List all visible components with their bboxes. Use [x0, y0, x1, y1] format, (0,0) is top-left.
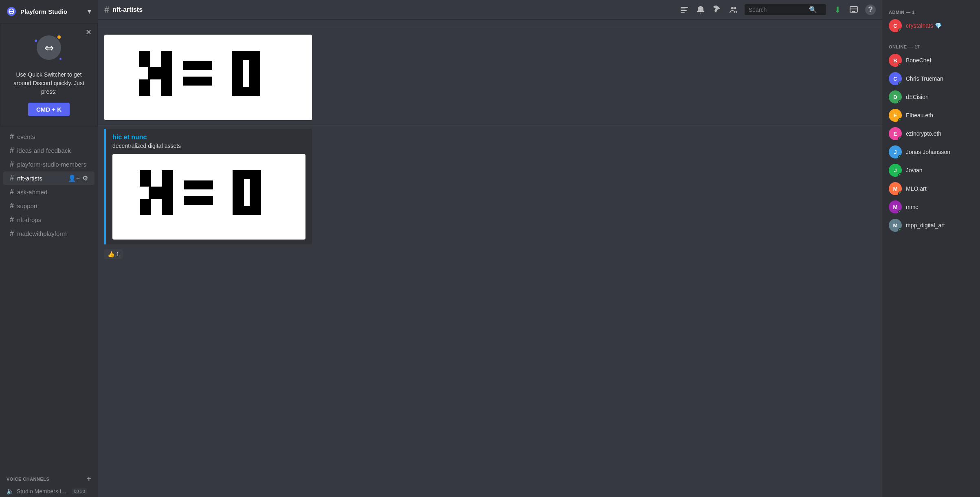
svg-rect-7	[139, 67, 148, 79]
member-item-chris-trueman[interactable]: C Chris Trueman	[886, 70, 977, 88]
reaction-thumbsup[interactable]: 👍 1	[104, 249, 123, 259]
svg-rect-21	[184, 196, 213, 205]
channel-hash-icon: #	[10, 216, 14, 224]
pin-icon[interactable]	[712, 5, 722, 15]
voice-section: VOICE CHANNELS + 🔈 Studio Members L... 0…	[0, 468, 98, 497]
member-item-mpp_digital_art[interactable]: M mpp_digital_art	[886, 216, 977, 234]
switcher-icon-bg: ⇔	[37, 35, 61, 60]
add-member-icon[interactable]: 👤+	[68, 174, 80, 182]
svg-rect-19	[162, 170, 173, 215]
channel-item-events[interactable]: # events	[3, 130, 94, 143]
member-name: Chris Trueman	[906, 75, 943, 82]
admin-section-header: ADMIN — 1	[886, 7, 977, 16]
channel-hash-icon: #	[10, 160, 14, 169]
member-avatar: C	[889, 72, 902, 85]
channel-item-nft-drops[interactable]: # nft-drops	[3, 213, 94, 227]
member-item-jovian[interactable]: J Jovian	[886, 161, 977, 179]
member-item-bonechef[interactable]: B BoneChef	[886, 51, 977, 69]
header-hash-icon: #	[104, 4, 109, 15]
header-actions: 🔍 ⬇ ?	[679, 4, 876, 15]
quick-switcher-popup: ✕ ⇔ Use Quick Switcher to get around Dis…	[0, 23, 98, 126]
search-bar[interactable]: 🔍	[745, 4, 826, 15]
channel-header: # nft-artists 🔍 ⬇ ?	[98, 0, 882, 20]
svg-point-3	[731, 7, 734, 9]
hen-logo-svg-1	[139, 51, 277, 104]
member-item-crystalnats[interactable]: C crystalnats 💎	[886, 17, 977, 35]
channel-item-nft-artists[interactable]: # nft-artists 👤+ ⚙	[3, 172, 94, 185]
online-section-header: ONLINE — 17	[886, 41, 977, 51]
member-name: MLO.art	[906, 185, 927, 192]
search-input[interactable]	[749, 7, 806, 13]
reaction-count: 1	[116, 251, 119, 257]
cmd-badge[interactable]: CMD + K	[28, 103, 70, 116]
header-left: # nft-artists	[104, 4, 143, 15]
channel-hash-icon: #	[10, 202, 14, 210]
message-group-1	[98, 28, 882, 123]
members-icon[interactable]	[728, 5, 738, 15]
decorative-dot-blue	[35, 40, 37, 42]
messages-container: hic et nunc decentralized digital assets	[98, 20, 882, 497]
channel-item-madewithplayform[interactable]: # madewithplayform	[3, 227, 94, 240]
volume-icon: 🔈	[7, 488, 14, 495]
member-name: BoneChef	[906, 57, 931, 64]
voice-channels-header[interactable]: VOICE CHANNELS +	[0, 468, 98, 486]
status-dot	[898, 228, 902, 232]
channel-name: events	[17, 133, 35, 140]
header-channel-name: nft-artists	[112, 6, 143, 13]
embed-image-1	[104, 35, 312, 120]
status-dot	[898, 136, 902, 140]
embed-description: decentralized digital assets	[112, 143, 305, 149]
member-avatar: B	[889, 54, 902, 67]
bell-icon[interactable]	[696, 5, 705, 15]
status-dot	[898, 173, 902, 177]
member-name: mpp_digital_art	[906, 222, 945, 229]
sidebar: Playform Studio ▾ ✕ ⇔ Use Quick Switcher…	[0, 0, 98, 497]
hen-logo-svg-2	[140, 170, 278, 223]
channel-name: playform-studio-members	[17, 161, 86, 168]
member-name: Jovian	[906, 167, 922, 174]
status-dot	[898, 210, 902, 213]
thumbsup-emoji: 👍	[108, 251, 114, 257]
status-dot	[898, 100, 902, 103]
embed-title[interactable]: hic et nunc	[112, 134, 147, 141]
member-item-elbeau.eth[interactable]: E Elbeau.eth	[886, 106, 977, 124]
member-item-jonas-johansson[interactable]: J Jonas Johansson	[886, 143, 977, 161]
member-item-dξcision[interactable]: D dΞCision	[886, 88, 977, 106]
threads-icon[interactable]	[679, 5, 689, 15]
channel-name: ideas-and-feedback	[17, 147, 71, 154]
svg-rect-15	[232, 87, 260, 96]
svg-point-4	[734, 7, 736, 9]
channel-name: nft-drops	[17, 216, 41, 223]
channel-hash-icon: #	[10, 146, 14, 155]
download-icon[interactable]: ⬇	[833, 5, 842, 15]
settings-icon[interactable]: ⚙	[82, 174, 88, 182]
close-icon[interactable]: ✕	[86, 28, 92, 37]
embed-container-2: hic et nunc decentralized digital assets	[104, 129, 312, 261]
add-voice-channel-icon[interactable]: +	[87, 475, 91, 483]
help-icon[interactable]: ?	[865, 4, 876, 15]
status-dot	[898, 29, 902, 32]
channel-item-ideas-and-feedback[interactable]: # ideas-and-feedback	[3, 144, 94, 157]
channel-hash-icon: #	[10, 229, 14, 238]
channel-item-support[interactable]: # support	[3, 199, 94, 213]
voice-badge: 00 30	[72, 488, 87, 494]
message-group-2: hic et nunc decentralized digital assets	[98, 125, 882, 264]
member-item-mmc[interactable]: M mmc	[886, 198, 977, 216]
channel-item-ask-ahmed[interactable]: # ask-ahmed	[3, 185, 94, 199]
online-list: B BoneChef C Chris Trueman D dΞCision E …	[886, 51, 977, 234]
switcher-icon-container: ⇔	[35, 35, 63, 64]
member-avatar: C	[889, 19, 902, 32]
embed-card-2	[112, 154, 305, 240]
member-item-mlo.art[interactable]: M MLO.art	[886, 180, 977, 198]
server-header[interactable]: Playform Studio ▾	[0, 0, 98, 23]
member-item-ezincrypto.eth[interactable]: E ezincrypto.eth	[886, 125, 977, 143]
member-avatar: J	[889, 145, 902, 158]
channel-item-playform-studio-members[interactable]: # playform-studio-members	[3, 158, 94, 171]
embed-container-inner: hic et nunc decentralized digital assets	[104, 129, 312, 244]
channel-name: support	[17, 202, 37, 209]
svg-rect-10	[183, 61, 212, 70]
svg-rect-11	[183, 77, 212, 86]
voice-channel-item[interactable]: 🔈 Studio Members L... 00 30	[0, 486, 98, 497]
reaction-bar: 👍 1	[104, 248, 312, 261]
inbox-icon[interactable]	[849, 5, 859, 15]
